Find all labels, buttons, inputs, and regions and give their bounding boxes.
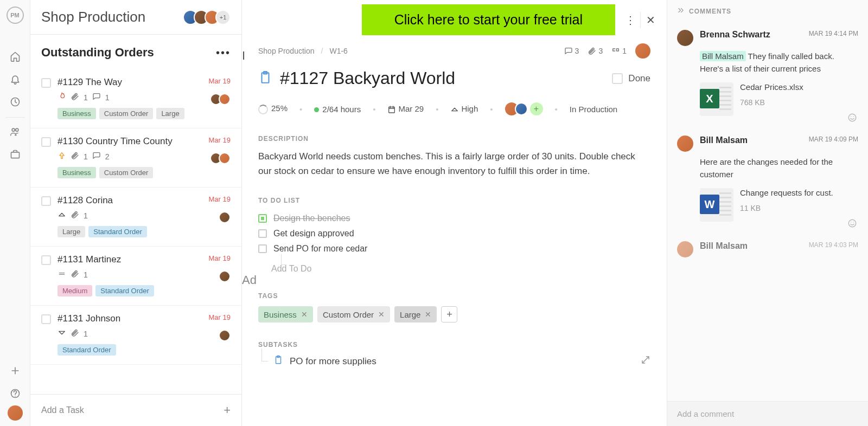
progress[interactable]: 25%: [258, 104, 288, 114]
task-card[interactable]: #1131 Johnson 1 Standard Order Mar 19: [30, 306, 241, 365]
subtask-item[interactable]: PO for more supplies: [258, 355, 650, 367]
add-task-label: Add a Task: [41, 405, 84, 415]
clock-icon[interactable]: [4, 91, 26, 113]
task-checkbox[interactable]: [41, 78, 51, 88]
add-assignee-icon[interactable]: +: [530, 102, 543, 115]
tag: Large: [156, 108, 184, 119]
task-list-column: Shop Production +1 Outstanding Orders ••…: [30, 0, 242, 426]
todo-item[interactable]: Design the benches: [258, 211, 650, 226]
description-text[interactable]: Backyard World needs custom benches. Thi…: [258, 149, 650, 178]
excel-file-icon: [700, 82, 733, 116]
tag-pill[interactable]: Custom Order✕: [317, 306, 390, 322]
comment-author: Bill Malsam: [700, 135, 748, 145]
task-assignees[interactable]: [222, 211, 231, 223]
plus-icon[interactable]: [4, 360, 26, 382]
comment-avatar[interactable]: [677, 135, 693, 152]
task-date: Mar 19: [209, 195, 231, 203]
more-members[interactable]: +1: [215, 10, 231, 25]
app-logo[interactable]: PM: [7, 7, 24, 24]
todo-item[interactable]: Get design approved: [258, 226, 650, 241]
description-label: DESCRIPTION: [258, 135, 650, 143]
todo-checkbox[interactable]: [258, 244, 267, 253]
attachment-count[interactable]: 3: [588, 47, 603, 55]
tag-pill[interactable]: Large✕: [394, 306, 437, 322]
comment-avatar[interactable]: [677, 241, 693, 257]
tag-pill[interactable]: Business✕: [258, 306, 313, 322]
todo-item[interactable]: Send PO for more cedar: [258, 241, 650, 256]
clipboard-icon: [273, 355, 283, 367]
comment-author: Bill Malsam: [700, 241, 748, 251]
task-card[interactable]: #1131 Martinez 1 Medium Standard Order M…: [30, 247, 241, 306]
task-assignees[interactable]: [222, 270, 231, 282]
subtask-count[interactable]: 1: [611, 47, 627, 55]
todo-checkbox[interactable]: [258, 229, 267, 238]
task-checkbox[interactable]: [41, 255, 51, 265]
remove-tag-icon[interactable]: ✕: [425, 310, 431, 319]
collapse-icon[interactable]: [677, 7, 685, 16]
react-icon[interactable]: [847, 218, 857, 230]
task-date: Mar 19: [209, 136, 231, 144]
priority[interactable]: High: [450, 104, 478, 114]
add-tag-button[interactable]: +: [441, 306, 457, 322]
hours[interactable]: 2/64 hours: [314, 105, 361, 114]
comment-count[interactable]: 3: [564, 47, 579, 55]
attachment-icon: [71, 151, 79, 162]
remove-tag-icon[interactable]: ✕: [301, 310, 308, 319]
task-card[interactable]: #1130 Country Time County 1 2 Business C…: [30, 128, 241, 188]
comment-avatar[interactable]: [677, 30, 693, 46]
project-members[interactable]: +1: [187, 10, 231, 25]
expand-icon[interactable]: [641, 355, 650, 367]
tag: Business: [58, 108, 96, 119]
task-card[interactable]: #1128 Corina 1 Large Standard Order Mar …: [30, 188, 241, 247]
comment-body: Here are the changes needed for the cust…: [700, 156, 858, 180]
tags-row: Business✕ Custom Order✕ Large✕ +: [258, 306, 650, 322]
task-checkbox[interactable]: [41, 314, 51, 324]
attachment-icon: [71, 328, 79, 339]
task-title: #1130 Country Time County: [58, 136, 231, 147]
remove-tag-icon[interactable]: ✕: [378, 310, 385, 319]
task-assignees[interactable]: [213, 152, 231, 164]
trial-banner[interactable]: Click here to start your free trial: [362, 4, 615, 35]
priority-fire-icon: [58, 92, 66, 102]
crumb-id[interactable]: W1-6: [329, 47, 347, 55]
tag: Medium: [58, 285, 92, 296]
attachment[interactable]: Cedar Prices.xlsx768 KB: [700, 82, 858, 116]
stage[interactable]: In Production: [570, 105, 617, 114]
task-card[interactable]: #1129 The Way 1 1 Business Custom Order …: [30, 69, 241, 128]
tag: Standard Order: [95, 285, 154, 296]
attachment[interactable]: Change requests for cust.11 KB: [700, 188, 858, 222]
bell-icon[interactable]: [4, 68, 26, 90]
add-task-row[interactable]: Add a Task +: [30, 394, 241, 426]
task-assignees[interactable]: [213, 93, 231, 105]
todo-label: TO DO LIST: [258, 197, 650, 204]
list-title: Outstanding Orders: [41, 46, 216, 60]
comment: Bill Malsam MAR 19 4:03 PM: [675, 234, 860, 274]
briefcase-icon[interactable]: [4, 144, 26, 165]
assignees[interactable]: +: [505, 102, 543, 115]
list-header: Outstanding Orders •••: [30, 34, 241, 69]
home-icon[interactable]: [4, 46, 26, 67]
task-assignees[interactable]: [222, 330, 231, 341]
done-toggle[interactable]: Done: [612, 73, 650, 84]
more-menu-icon[interactable]: ⋮: [622, 9, 639, 31]
detail-title[interactable]: #1127 Backyard World: [280, 68, 604, 88]
people-icon[interactable]: [4, 121, 26, 143]
svg-rect-3: [11, 152, 19, 158]
task-checkbox[interactable]: [41, 137, 51, 147]
todo-checkbox[interactable]: [258, 214, 267, 223]
user-avatar[interactable]: [8, 405, 23, 421]
list-menu-icon[interactable]: •••: [216, 47, 231, 59]
task-owner-avatar[interactable]: [635, 43, 650, 59]
comment-input[interactable]: Add a comment: [667, 401, 868, 426]
due-date[interactable]: Mar 29: [387, 104, 424, 114]
task-checkbox[interactable]: [41, 196, 51, 206]
close-icon[interactable]: ✕: [642, 9, 659, 31]
add-todo[interactable]: Add To Do: [258, 256, 650, 274]
comment: Bill Malsam MAR 19 4:09 PM Here are the …: [675, 128, 860, 234]
react-icon[interactable]: [847, 113, 857, 125]
mention[interactable]: Bill Malsam: [700, 51, 746, 61]
crumb-project[interactable]: Shop Production: [258, 47, 315, 55]
help-icon[interactable]: [4, 383, 26, 404]
add-task-plus-icon[interactable]: +: [224, 403, 231, 417]
breadcrumb: Shop Production / W1-6 3 3 1: [258, 43, 650, 59]
